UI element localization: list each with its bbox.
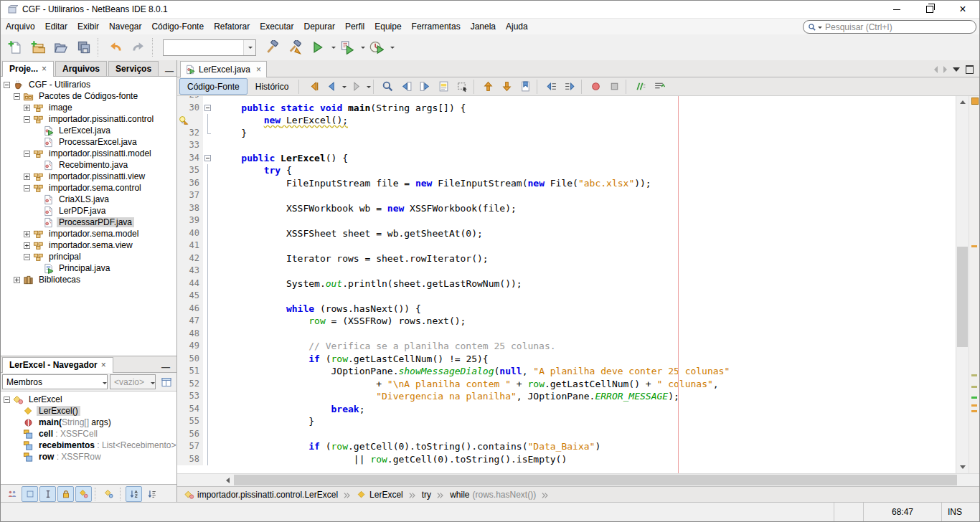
line-number[interactable]: 56 [177,428,203,441]
next-bookmark-button[interactable] [497,78,516,95]
collapse-icon[interactable] [4,397,10,403]
back-button[interactable] [322,78,341,95]
build-project-button[interactable] [260,36,283,59]
line-number[interactable]: 48 [177,328,203,341]
stripe-mark[interactable] [971,386,977,388]
collapse-icon[interactable] [24,185,30,191]
tree-item-lerpdf-java[interactable]: LerPDF.java [1,205,176,217]
vertical-scrollbar[interactable] [956,96,969,473]
tree-item-processarpdf-java[interactable]: ProcessarPDF.java [1,217,176,228]
expand-icon[interactable] [24,174,30,180]
tree-item-image[interactable]: image [1,102,176,113]
menu-depurar[interactable]: Depurar [299,19,340,34]
source-view-button[interactable]: Código-Fonte [179,78,248,95]
menu-perfil[interactable]: Perfil [340,19,369,34]
scroll-up-arrow[interactable] [956,96,969,108]
forward-button-dropdown-icon[interactable] [365,85,371,89]
menu-exibir[interactable]: Exibir [72,19,104,34]
stripe-mark[interactable] [971,410,977,412]
menu-ferramentas[interactable]: Ferramentas [407,19,466,34]
profile-project-button[interactable] [365,36,388,59]
line-number[interactable]: 33 [177,139,203,152]
window-close-button[interactable]: × [946,1,979,18]
line-number[interactable]: 35 [177,164,203,177]
scroll-down-arrow[interactable] [956,461,969,473]
line-number[interactable]: 42 [177,252,203,265]
code-line-58[interactable]: 58 || row.getCell(0).toString().isEmpty(… [177,453,956,466]
code-line-43[interactable]: 43 [177,265,956,277]
code-line-45[interactable]: 45 [177,290,956,303]
fold-collapse-icon[interactable] [203,152,213,165]
horizontal-scrollbar[interactable] [177,473,979,486]
tree-item-importador-sema-view[interactable]: importador.sema.view [1,239,176,251]
tree-item-importador-sema-control[interactable]: importador.sema.control [1,182,176,194]
show-inner-classes-button[interactable] [75,486,92,502]
sort-by-name-button[interactable] [126,486,142,502]
stripe-mark[interactable] [971,374,977,376]
tree-item-importador-pissinatti-control[interactable]: importador.pissinatti.control [1,113,176,125]
tab-close-icon[interactable]: × [256,65,261,75]
line-number[interactable]: 53 [177,390,203,403]
member-item[interactable]: LerExcel() [1,405,176,417]
expand-icon[interactable] [24,242,30,249]
line-number[interactable]: 43 [177,265,203,277]
breadcrumb-item[interactable]: while (rows.hasNext()) [447,490,539,500]
stripe-mark[interactable] [971,245,977,247]
code-line-53[interactable]: 53 "Divergencia na planilha", JOptionPan… [177,390,956,403]
last-edit-button[interactable] [303,78,322,95]
find-next-button[interactable] [415,78,434,95]
warning-lightbulb-icon[interactable] [177,114,203,127]
line-number[interactable]: 37 [177,189,203,202]
code-line-54[interactable]: 54 break; [177,403,956,416]
find-selection-button[interactable] [378,78,397,95]
code-line-51[interactable]: 51 JOptionPane.showMessageDialog(null, "… [177,365,956,378]
tree-item-importador-sema-model[interactable]: importador.sema.model [1,228,176,239]
fold-collapse-icon[interactable] [203,102,213,115]
line-number[interactable]: 54 [177,403,203,416]
line-number[interactable]: 40 [177,227,203,240]
tree-item-importador-pissinatti-model[interactable]: importador.pissinatti.model [1,148,176,159]
code-line-49[interactable]: 49 // Verifica se a planilha contem 25 c… [177,340,956,353]
line-number[interactable]: 44 [177,277,203,290]
debug-project-button-dropdown-icon[interactable] [359,37,365,58]
open-project-button[interactable] [50,36,72,59]
tree-item-recebimento-java[interactable]: Recebimento.java [1,159,176,171]
show-anonymous-inner-classes-button[interactable] [100,486,117,502]
tree-item-cgf-utilirarios[interactable]: CGF - Utilirarios [1,79,176,90]
line-number[interactable]: 46 [177,303,203,315]
line-number[interactable]: 39 [177,214,203,227]
line-number[interactable]: 58 [177,453,203,466]
collapse-icon[interactable] [24,151,30,157]
line-number[interactable]: 34 [177,152,203,165]
tree-item-principal-java[interactable]: Principal.java [1,262,176,274]
code-line-29[interactable]: 29 [177,96,956,102]
line-number[interactable]: 30 [177,102,203,115]
member-item[interactable]: main(String[] args) [1,417,176,428]
previous-bookmark-button[interactable] [479,78,497,95]
tab-navegador[interactable]: LerExcel - Navegador × [2,357,113,373]
uncomment-button[interactable] [649,78,668,95]
breadcrumb-item[interactable]: importador.pissinatti.control.LerExcel [182,490,341,500]
code-line-44[interactable]: 44 System.out.println(sheet.getLastRowNu… [177,277,956,290]
rectangular-selection-button[interactable] [453,78,471,95]
config-select[interactable] [163,39,256,56]
document-list-icon[interactable] [953,67,960,72]
shift-right-button[interactable] [560,78,579,95]
menu-equipe[interactable]: Equipe [369,19,406,34]
tree-item-pacotes-de-c-digos-fonte[interactable]: Pacotes de Códigos-fonte [1,90,176,102]
code-line-56[interactable]: 56 [177,428,956,441]
code-line-57[interactable]: 57 if (row.getCell(0).toString().contain… [177,440,956,453]
line-number[interactable]: 51 [177,365,203,378]
member-item[interactable]: row : XSSFRow [1,451,176,462]
menu-executar[interactable]: Executar [255,19,298,34]
tree-item-lerexcel-java[interactable]: LerExcel.java [1,125,176,136]
code-line-47[interactable]: 47 row = (XSSFRow) rows.next(); [177,315,956,328]
save-all-button[interactable] [72,36,95,59]
navigator-filter-select[interactable]: <vazio> [110,374,156,389]
tree-item-importador-pissinatti-view[interactable]: importador.pissinatti.view [1,171,176,182]
line-number[interactable]: 57 [177,440,203,453]
breadcrumb-item[interactable]: try [419,490,434,500]
code-line-55[interactable]: 55 } [177,415,956,428]
tab-lerexcel-java[interactable]: LerExcel.java × [180,61,267,77]
tab-navegador-close-icon[interactable]: × [101,360,106,370]
